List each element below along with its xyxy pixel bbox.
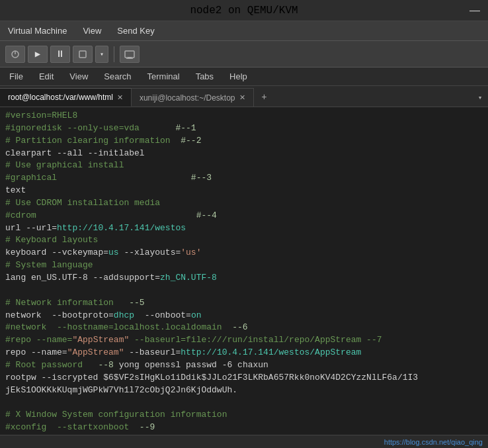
toolbar-separator bbox=[114, 46, 114, 62]
line-25: # X Window System configuration informat… bbox=[5, 409, 483, 422]
window-title: node2 on QEMU/KVM bbox=[190, 5, 298, 17]
line-26: #xconfig --startxonboot --9 bbox=[5, 422, 483, 434]
line-3: # Partition clearing information #--2 bbox=[5, 135, 483, 148]
line-14: lang en_US.UTF-8 --addsupport=zh_CN.UTF-… bbox=[5, 272, 483, 285]
line-23: jEkS1OOKKkKUqmjWGPkW7Vh1l72cObjQ2Jn6KjOd… bbox=[5, 384, 483, 397]
tab-xuniji-desktop[interactable]: xuniji@localhost:~/Desktop ✕ bbox=[132, 88, 254, 107]
line-18: #network --hostname=localhost.localdomai… bbox=[5, 322, 483, 334]
tab-add-icon[interactable]: + bbox=[255, 88, 274, 107]
tab-label: root@localhost:/var/www/html bbox=[8, 93, 113, 102]
line-10: url --url=http://10.4.17.141/westos bbox=[5, 222, 483, 235]
tab-label: xuniji@localhost:~/Desktop bbox=[140, 93, 235, 103]
tab-root-html[interactable]: root@localhost:/var/www/html ✕ bbox=[0, 88, 132, 107]
toolbar-play-icon[interactable]: ▶ bbox=[28, 46, 48, 63]
window-minimize-icon[interactable]: — bbox=[469, 5, 480, 17]
line-6: #graphical #--3 bbox=[5, 172, 483, 185]
line-8: # Use CDROM installation media bbox=[5, 197, 483, 210]
term-menu-tabs[interactable]: Tabs bbox=[192, 70, 218, 83]
line-19: #repo --name="AppStream" --baseurl=file:… bbox=[5, 334, 483, 347]
line-27: # Run the Setup Agent on first boot bbox=[5, 434, 483, 435]
line-16: # Network information --5 bbox=[5, 297, 483, 310]
terminal-menubar: File Edit View Search Terminal Tabs Help bbox=[0, 67, 488, 86]
svg-rect-3 bbox=[125, 51, 134, 58]
toolbar: ▶ ⏸ ▾ bbox=[0, 41, 488, 67]
toolbar-pause-icon[interactable]: ⏸ bbox=[50, 46, 70, 63]
line-15 bbox=[5, 285, 483, 297]
line-7: text bbox=[5, 185, 483, 197]
term-menu-terminal[interactable]: Terminal bbox=[143, 70, 184, 83]
vm-menu-send-key[interactable]: Send Key bbox=[114, 24, 157, 37]
title-bar: node2 on QEMU/KVM — bbox=[0, 0, 488, 21]
line-24 bbox=[5, 396, 483, 409]
toolbar-fullscreen-icon[interactable] bbox=[73, 46, 93, 63]
svg-rect-4 bbox=[128, 57, 132, 58]
terminal-content[interactable]: #version=RHEL8 #ignoredisk --only-use=vd… bbox=[0, 107, 488, 435]
svg-rect-2 bbox=[79, 51, 86, 58]
line-13: # System language bbox=[5, 259, 483, 272]
tab-close-icon[interactable]: ✕ bbox=[117, 93, 123, 102]
term-menu-search[interactable]: Search bbox=[100, 70, 135, 83]
term-menu-file[interactable]: File bbox=[5, 70, 27, 83]
tab-close-icon[interactable]: ✕ bbox=[239, 93, 245, 102]
svg-rect-5 bbox=[126, 58, 133, 59]
toolbar-power-icon[interactable] bbox=[5, 46, 25, 63]
line-12: keyboard --vckeymap=us --xlayouts='us' bbox=[5, 247, 483, 259]
tabs-bar: root@localhost:/var/www/html ✕ xuniji@lo… bbox=[0, 86, 488, 107]
line-1: #version=RHEL8 bbox=[5, 110, 483, 122]
term-menu-help[interactable]: Help bbox=[225, 70, 251, 83]
vm-menubar: Virtual Machine View Send Key bbox=[0, 21, 488, 41]
vm-menu-view[interactable]: View bbox=[80, 24, 104, 37]
line-2: #ignoredisk --only-use=vda #--1 bbox=[5, 122, 483, 135]
toolbar-screenshot-icon[interactable] bbox=[120, 46, 140, 63]
toolbar-dropdown-icon[interactable]: ▾ bbox=[95, 46, 108, 63]
line-9: #cdrom #--4 bbox=[5, 210, 483, 222]
line-4: clearpart --all --initlabel bbox=[5, 148, 483, 160]
term-menu-view[interactable]: View bbox=[65, 70, 92, 83]
status-bar: https://blog.csdn.net/qiao_qing bbox=[0, 435, 488, 448]
line-5: # Use graphical install bbox=[5, 159, 483, 172]
line-17: network --bootproto=dhcp --onboot=on bbox=[5, 310, 483, 322]
status-url: https://blog.csdn.net/qiao_qing bbox=[384, 438, 483, 446]
line-21: # Root password --8 yong openssl passwd … bbox=[5, 359, 483, 372]
tab-more-icon[interactable]: ▾ bbox=[472, 88, 488, 107]
line-20: repo --name="AppStream" --baseurl=http:/… bbox=[5, 347, 483, 359]
line-22: rootpw --iscrypted $6$VF2sIHgKLo1iDdik$J… bbox=[5, 372, 483, 384]
line-11: # Keyboard layouts bbox=[5, 234, 483, 247]
vm-menu-virtual-machine[interactable]: Virtual Machine bbox=[5, 24, 69, 37]
term-menu-edit[interactable]: Edit bbox=[35, 70, 58, 83]
